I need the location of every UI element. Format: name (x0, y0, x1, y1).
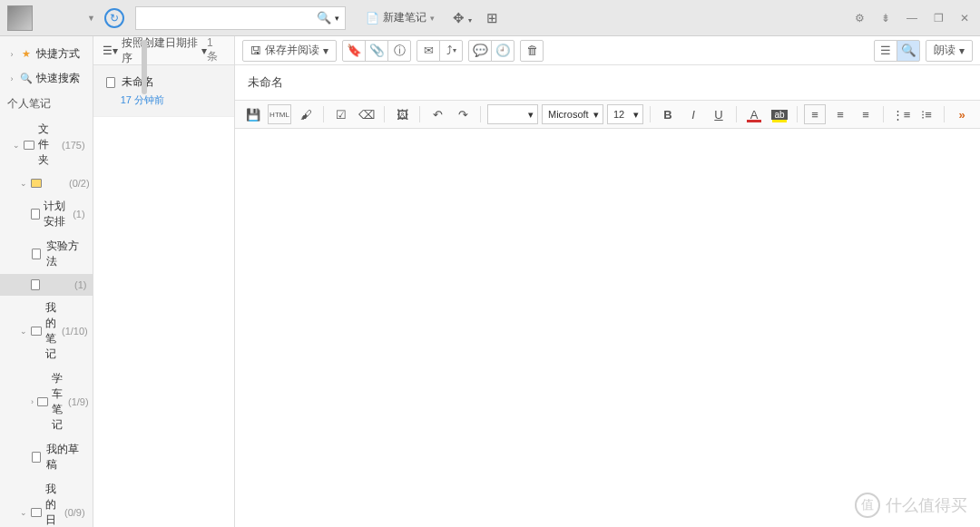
image-button[interactable]: 🖼 (391, 104, 413, 124)
sidebar-item-method[interactable]: 实验方法 (0, 234, 93, 274)
chevron-down-icon: ▾ (323, 44, 328, 57)
sidebar-scrollbar[interactable] (142, 40, 147, 94)
search-input[interactable] (142, 12, 317, 24)
sidebar-item-selected[interactable]: (1) (0, 274, 93, 296)
redo-button[interactable]: ↷ (452, 104, 474, 124)
move-button[interactable]: ✥ ▾ (447, 6, 477, 30)
brush-icon: 🖌 (300, 108, 312, 122)
sort-label: 按照创建日期排序 (122, 35, 198, 66)
close-button[interactable]: ✕ (956, 10, 973, 26)
align-right-button[interactable]: ≡ (855, 104, 877, 124)
ul-icon: ⁝≡ (921, 108, 932, 122)
editor-note-title[interactable]: 未命名 (235, 65, 980, 100)
chevron-down-icon: ▾ (528, 109, 534, 121)
sidebar-folder-sub1[interactable]: ⌄ (0/2) (0, 172, 93, 194)
ordered-list-button[interactable]: ⋮≡ (890, 104, 912, 124)
align-left-button[interactable]: ≡ (804, 104, 826, 124)
new-note-button[interactable]: 📄 新建笔记 ▾ (357, 6, 444, 29)
save-icon: 💾 (246, 108, 260, 122)
sidebar-folder-diary[interactable]: ⌄ 我的日记 (0/9) (0, 477, 93, 527)
search-box[interactable]: 🔍 ▾ (135, 6, 346, 30)
bold-button[interactable]: B (657, 104, 679, 124)
apps-button[interactable]: ⊞ (481, 6, 504, 30)
outline-icon: ☰ (880, 44, 891, 57)
delete-button[interactable]: 🗑 (520, 40, 544, 62)
align-center-button[interactable]: ≡ (829, 104, 851, 124)
search-icon: 🔍 (20, 73, 33, 85)
sidebar-item-plan[interactable]: 计划安排 (1) (0, 194, 93, 234)
align-left-icon: ≡ (811, 108, 818, 122)
mail-button[interactable]: ✉ (416, 40, 440, 62)
search-dropdown-caret[interactable]: ▾ (335, 14, 339, 23)
sidebar-item-label: 文件夹 (38, 122, 56, 168)
underline-button[interactable]: U (708, 104, 730, 124)
italic-button[interactable]: I (682, 104, 704, 124)
sidebar-section-personal: 个人笔记 (0, 91, 93, 117)
image-icon: 🖼 (397, 108, 408, 122)
attachment-button[interactable]: 📎 (365, 40, 388, 62)
note-list-item[interactable]: 未命名 17 分钟前 (93, 65, 234, 117)
share-button[interactable]: ⤴▾ (439, 40, 463, 62)
info-button[interactable]: ⓘ (387, 40, 411, 62)
pin-icon[interactable]: ⇟ (877, 10, 894, 26)
save-button[interactable]: 💾 (242, 104, 264, 124)
sidebar-item-label: 我的笔记 (45, 300, 56, 362)
sidebar-quick-search[interactable]: › 🔍 快速搜索 (0, 66, 93, 91)
editor-format-toolbar: 💾 HTML 🖌 ☑ ⌫ 🖼 ↶ ↷ ▾ Microsoft ▾ 12 ▾ (235, 100, 980, 129)
underline-icon: U (714, 108, 722, 122)
collapse-icon[interactable]: ⌄ (20, 179, 27, 188)
sidebar-item-label: 我的日记 (45, 482, 59, 527)
folder-icon (37, 395, 48, 408)
folder-icon (31, 506, 42, 519)
zoom-button[interactable]: 🔍 (897, 40, 920, 62)
collapse-icon[interactable]: ⌄ (13, 141, 20, 150)
user-menu-caret[interactable]: ▼ (87, 14, 95, 23)
history-button[interactable]: 🕘 (491, 40, 514, 62)
font-color-button[interactable]: A (743, 104, 765, 124)
note-title: 未命名 (122, 74, 154, 90)
note-timestamp: 17 分钟前 (104, 93, 223, 107)
read-aloud-label: 朗读 (934, 43, 956, 58)
checkbox-button[interactable]: ☑ (330, 104, 352, 124)
sidebar-item-label: 快速搜索 (36, 71, 80, 86)
bookmark-button[interactable]: 🔖 (342, 40, 366, 62)
outline-button[interactable]: ☰ (874, 40, 897, 62)
read-aloud-button[interactable]: 朗读 ▾ (926, 40, 973, 62)
expand-icon: › (7, 74, 16, 83)
sidebar-folder-mynotes[interactable]: ⌄ 我的笔记 (1/10) (0, 296, 93, 366)
highlight-button[interactable]: ab (769, 104, 790, 124)
save-and-read-button[interactable]: 🖫 保存并阅读 ▾ (242, 40, 337, 62)
sync-button[interactable]: ↻ (104, 8, 124, 28)
collapse-icon[interactable]: ⌄ (20, 327, 27, 336)
redo-icon: ↷ (458, 108, 468, 122)
settings-icon[interactable]: ⚙ (851, 10, 868, 26)
undo-button[interactable]: ↶ (426, 104, 448, 124)
html-button[interactable]: HTML (268, 104, 291, 124)
more-formatting-button[interactable]: » (951, 104, 973, 124)
collapse-icon[interactable]: ⌄ (20, 508, 27, 517)
count-badge: (0/2) (69, 178, 90, 189)
expand-icon[interactable]: › (31, 397, 34, 406)
clear-format-button[interactable]: ⌫ (356, 104, 377, 124)
sidebar-quick-access[interactable]: › ★ 快捷方式 (0, 42, 93, 66)
editor-canvas[interactable] (235, 129, 980, 527)
sidebar-item-label: 实验方法 (46, 239, 85, 269)
style-select[interactable]: ▾ (487, 104, 538, 124)
maximize-button[interactable]: ❐ (930, 10, 947, 26)
chevron-down-icon: ▾ (593, 109, 599, 121)
sidebar-folder-root[interactable]: ⌄ 文件夹 (175) (0, 117, 93, 172)
format-paint-button[interactable]: 🖌 (295, 104, 317, 124)
unordered-list-button[interactable]: ⁝≡ (916, 104, 937, 124)
user-avatar[interactable] (7, 5, 33, 31)
watermark: 值 什么值得买 (855, 493, 967, 518)
font-size-select[interactable]: 12 ▾ (607, 104, 643, 124)
comment-button[interactable]: 💬 (468, 40, 492, 62)
font-family-select[interactable]: Microsoft ▾ (542, 104, 603, 124)
sidebar-folder-study[interactable]: › 学车笔记 (1/9) (0, 366, 93, 437)
italic-icon: I (691, 108, 695, 122)
bold-icon: B (663, 108, 671, 122)
sort-dropdown[interactable]: ☰▾ 按照创建日期排序 ▾ (103, 35, 207, 66)
search-icon[interactable]: 🔍 (317, 11, 331, 24)
sidebar-item-draft[interactable]: 我的草稿 (0, 437, 93, 477)
minimize-button[interactable]: — (903, 10, 921, 26)
